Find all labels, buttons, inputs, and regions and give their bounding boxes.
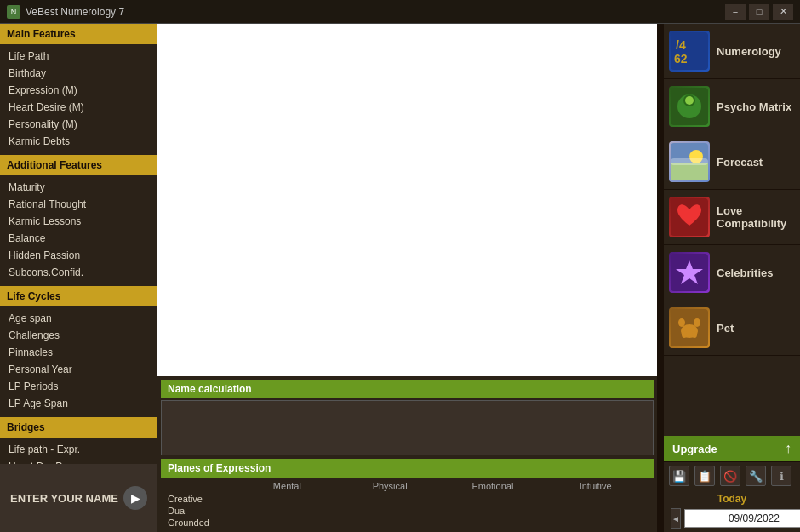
sidebar-item-pinnacles[interactable]: Pinnacles bbox=[0, 344, 157, 361]
planes-creative-mental bbox=[236, 494, 339, 504]
sidebar: Main Features Life Path Birthday Express… bbox=[0, 24, 157, 532]
planes-label-spacer bbox=[168, 481, 236, 491]
card-forecast[interactable]: Forecast bbox=[664, 134, 800, 190]
sidebar-item-balance[interactable]: Balance bbox=[0, 230, 157, 247]
date-input[interactable] bbox=[684, 509, 800, 528]
enter-name-area[interactable]: ENTER YOUR NAME ▶ bbox=[0, 464, 157, 532]
sidebar-item-heart-desire[interactable]: Heart Desire (M) bbox=[0, 99, 157, 116]
section-header-bridges: Bridges bbox=[0, 417, 157, 438]
forecast-card-image bbox=[669, 141, 710, 182]
love-card-image bbox=[669, 197, 710, 237]
celebrities-icon bbox=[671, 254, 708, 291]
svg-text:62: 62 bbox=[674, 52, 688, 66]
numerology-card-image: /4 62 bbox=[669, 31, 710, 72]
svg-point-16 bbox=[678, 318, 685, 327]
svg-point-18 bbox=[682, 331, 687, 338]
right-panel-cards: /4 62 Numerology Psycho Matrix bbox=[664, 24, 800, 436]
close-button[interactable]: ✕ bbox=[773, 4, 793, 20]
planes-creative-physical bbox=[339, 494, 442, 504]
planes-header: Planes of Expression bbox=[161, 459, 654, 478]
card-celebrities[interactable]: Celebrities bbox=[664, 245, 800, 300]
sidebar-item-maturity[interactable]: Maturity bbox=[0, 179, 157, 196]
toolbar-save-button[interactable]: 💾 bbox=[669, 466, 689, 486]
sidebar-item-personal-year[interactable]: Personal Year bbox=[0, 361, 157, 378]
today-label: Today bbox=[671, 493, 793, 505]
sidebar-item-subcons-confid[interactable]: Subcons.Confid. bbox=[0, 264, 157, 281]
psycho-icon bbox=[671, 88, 708, 125]
numerology-card-label: Numerology bbox=[717, 45, 781, 58]
planes-dual-emotional bbox=[442, 506, 545, 516]
psycho-card-image bbox=[669, 86, 710, 127]
app-title: VeBest Numerology 7 bbox=[26, 6, 124, 18]
sidebar-item-life-path[interactable]: Life Path bbox=[0, 48, 157, 65]
additional-features-items: Maturity Rational Thought Karmic Lessons… bbox=[0, 177, 157, 283]
toolbar-info-button[interactable]: ℹ bbox=[771, 466, 791, 486]
name-calculation-section: Name calculation bbox=[161, 380, 654, 455]
center-bottom: Name calculation Planes of Expression Me… bbox=[157, 376, 657, 532]
sidebar-item-karmic-lessons[interactable]: Karmic Lessons bbox=[0, 213, 157, 230]
planes-dual-label: Dual bbox=[168, 506, 236, 516]
sidebar-item-rational-thought[interactable]: Rational Thought bbox=[0, 196, 157, 213]
date-nav: ◄ ▼ ► bbox=[671, 508, 793, 529]
maximize-button[interactable]: □ bbox=[749, 4, 769, 20]
date-prev-button[interactable]: ◄ bbox=[671, 508, 681, 529]
sidebar-item-karmic-debts[interactable]: Karmic Debts bbox=[0, 133, 157, 150]
toolbar-copy-button[interactable]: 📋 bbox=[694, 466, 715, 486]
sidebar-item-expression[interactable]: Expression (M) bbox=[0, 82, 157, 99]
sidebar-item-hidden-passion[interactable]: Hidden Passion bbox=[0, 247, 157, 264]
svg-text:/4: /4 bbox=[676, 38, 686, 52]
planes-row-dual: Dual bbox=[168, 505, 647, 517]
card-psycho-matrix[interactable]: Psycho Matrix bbox=[664, 79, 800, 134]
planes-section: Planes of Expression Mental Physical Emo… bbox=[161, 459, 654, 529]
planes-rows: Creative Dual Grounded bbox=[161, 493, 654, 529]
upgrade-bar[interactable]: Upgrade ↑ bbox=[664, 436, 800, 461]
toolbar-settings-button[interactable]: 🔧 bbox=[746, 466, 766, 486]
pet-icon bbox=[671, 309, 708, 346]
planes-grounded-intuitive bbox=[544, 518, 647, 528]
planes-creative-intuitive bbox=[544, 494, 647, 504]
celebrities-card-image bbox=[669, 252, 710, 293]
sidebar-item-birthday[interactable]: Birthday bbox=[0, 65, 157, 82]
minimize-button[interactable]: − bbox=[725, 4, 746, 20]
life-cycles-items: Age span Challenges Pinnacles Personal Y… bbox=[0, 308, 157, 414]
window-controls[interactable]: − □ ✕ bbox=[725, 4, 793, 20]
name-calculation-content bbox=[161, 400, 654, 455]
sidebar-item-personality[interactable]: Personality (M) bbox=[0, 116, 157, 133]
planes-grounded-physical bbox=[339, 518, 442, 528]
sidebar-item-challenges[interactable]: Challenges bbox=[0, 327, 157, 344]
pet-card-image bbox=[669, 307, 710, 348]
planes-col-mental: Mental bbox=[236, 481, 339, 491]
planes-dual-physical bbox=[339, 506, 442, 516]
sidebar-item-age-span[interactable]: Age span bbox=[0, 310, 157, 327]
planes-dual-mental bbox=[236, 506, 339, 516]
sidebar-item-life-path-expr[interactable]: Life path - Expr. bbox=[0, 441, 157, 458]
section-header-main-features: Main Features bbox=[0, 24, 157, 44]
celebrities-card-label: Celebrities bbox=[717, 266, 773, 279]
toolbar: 💾 📋 🚫 🔧 ℹ bbox=[664, 461, 800, 489]
planes-row-creative: Creative bbox=[168, 493, 647, 505]
forecast-card-label: Forecast bbox=[717, 156, 763, 169]
center-main-area bbox=[157, 24, 657, 376]
sidebar-scroll: Main Features Life Path Birthday Express… bbox=[0, 24, 157, 464]
sidebar-item-lp-age-span[interactable]: LP Age Span bbox=[0, 395, 157, 412]
card-numerology[interactable]: /4 62 Numerology bbox=[664, 24, 800, 79]
toolbar-cancel-button[interactable]: 🚫 bbox=[720, 466, 740, 486]
center-content: Name calculation Planes of Expression Me… bbox=[157, 24, 657, 532]
love-card-label: Love Compatibility bbox=[717, 204, 795, 230]
svg-point-19 bbox=[692, 331, 697, 338]
card-love[interactable]: Love Compatibility bbox=[664, 190, 800, 245]
sidebar-item-lp-periods[interactable]: LP Periods bbox=[0, 378, 157, 395]
titlebar: N VeBest Numerology 7 − □ ✕ bbox=[0, 0, 800, 24]
card-pet[interactable]: Pet bbox=[664, 300, 800, 356]
titlebar-left: N VeBest Numerology 7 bbox=[7, 5, 124, 19]
enter-name-button[interactable]: ▶ bbox=[123, 486, 147, 510]
planes-col-emotional: Emotional bbox=[442, 481, 545, 491]
upgrade-arrow-icon: ↑ bbox=[785, 441, 791, 456]
sidebar-item-heart-d-pers[interactable]: Heart D. - Pers. bbox=[0, 458, 157, 464]
planes-grounded-emotional bbox=[442, 518, 545, 528]
main-features-items: Life Path Birthday Expression (M) Heart … bbox=[0, 46, 157, 152]
today-section: Today ◄ ▼ ► bbox=[664, 489, 800, 532]
svg-rect-10 bbox=[671, 158, 708, 165]
planes-col-physical: Physical bbox=[339, 481, 442, 491]
love-icon bbox=[671, 198, 708, 236]
